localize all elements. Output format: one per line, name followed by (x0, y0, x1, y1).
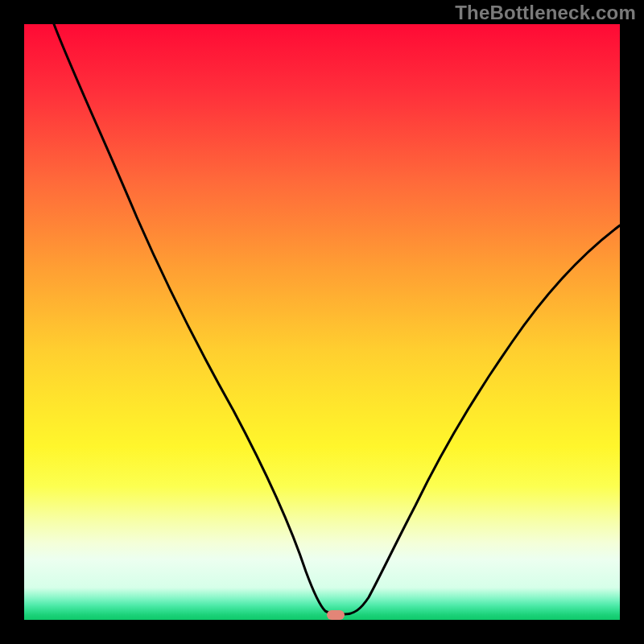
watermark-text: TheBottleneck.com (455, 2, 636, 24)
bottleneck-curve (54, 24, 620, 614)
chart-frame: TheBottleneck.com (0, 0, 644, 644)
plot-area (24, 24, 620, 620)
curve-layer (24, 24, 620, 620)
optimal-point-marker (327, 610, 345, 620)
